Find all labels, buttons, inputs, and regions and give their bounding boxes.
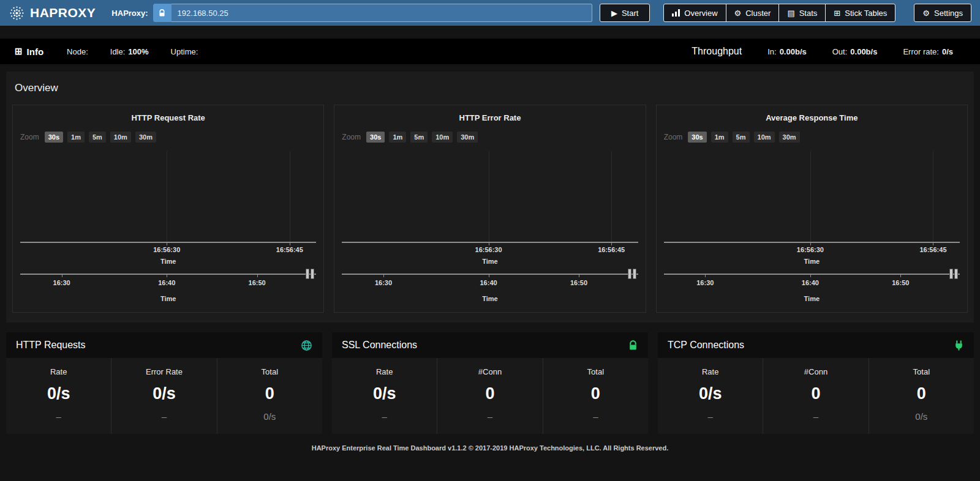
axis-tick bbox=[933, 243, 933, 245]
zoom-label: Zoom bbox=[20, 133, 39, 141]
gear-icon: ⚙ bbox=[922, 9, 930, 17]
throughput-out: Out:0.00b/s bbox=[832, 47, 878, 56]
range-slider-handle[interactable] bbox=[306, 269, 314, 279]
brand: HAPROXY bbox=[9, 5, 96, 21]
charts-row: HTTP Request Rate Zoom 30s 1m 5m 10m 30m… bbox=[6, 105, 974, 313]
nav-stats-button[interactable]: ▤ Stats bbox=[778, 4, 826, 22]
throughput-in: In:0.00b/s bbox=[767, 47, 807, 56]
navigator-axis-label: Time bbox=[664, 295, 960, 302]
zoom-5m-button[interactable]: 5m bbox=[733, 132, 750, 143]
zoom-1m-button[interactable]: 1m bbox=[389, 132, 406, 143]
stat-column: Total 0 0/s bbox=[217, 358, 322, 434]
node-label: Node: bbox=[67, 47, 88, 56]
card-header: TCP Connections bbox=[658, 332, 974, 358]
axis-tick bbox=[383, 275, 384, 277]
range-navigator[interactable]: 16:30 16:40 16:50 bbox=[342, 274, 638, 293]
gridline bbox=[611, 151, 612, 242]
axis-tick bbox=[290, 243, 290, 245]
play-icon: ▶ bbox=[611, 9, 617, 17]
chart-panel-http-request-rate: HTTP Request Rate Zoom 30s 1m 5m 10m 30m… bbox=[12, 105, 324, 313]
stat-column: #Conn 0 – bbox=[763, 358, 868, 434]
stat-column: Total 0 – bbox=[543, 358, 648, 434]
section-title: Overview bbox=[6, 72, 974, 105]
navigator-axis-label: Time bbox=[342, 295, 638, 302]
card-header: SSL Connections bbox=[332, 332, 648, 358]
range-slider-handle[interactable] bbox=[949, 269, 958, 279]
zoom-30s-button[interactable]: 30s bbox=[688, 132, 706, 143]
zoom-10m-button[interactable]: 10m bbox=[432, 132, 453, 143]
gridline bbox=[489, 151, 489, 242]
chart-title: Average Response Time bbox=[664, 113, 960, 122]
zoom-5m-button[interactable]: 5m bbox=[410, 132, 428, 143]
stat-column: Rate 0/s – bbox=[6, 358, 111, 434]
x-axis-ticks: 16:56:30 16:56:45 bbox=[664, 246, 960, 256]
x-axis-label: Time bbox=[20, 258, 316, 265]
axis-tick bbox=[810, 243, 811, 245]
zoom-30m-button[interactable]: 30m bbox=[457, 132, 478, 143]
navigator-line bbox=[664, 274, 960, 275]
axis-tick bbox=[579, 275, 579, 277]
zoom-label: Zoom bbox=[342, 133, 361, 141]
gridline bbox=[933, 151, 933, 242]
uptime-label: Uptime: bbox=[171, 47, 198, 56]
navigator-axis-label: Time bbox=[20, 295, 316, 302]
axis-tick bbox=[62, 275, 62, 277]
plug-icon bbox=[954, 340, 964, 351]
zoom-controls: Zoom 30s 1m 5m 10m 30m bbox=[664, 132, 960, 143]
main-nav: Overview ⚙ Cluster ▤ Stats ⊞ Stick Table… bbox=[663, 4, 895, 22]
gridline bbox=[290, 151, 290, 242]
chart-panel-http-error-rate: HTTP Error Rate Zoom 30s 1m 5m 10m 30m 1… bbox=[334, 105, 646, 313]
card-title: HTTP Requests bbox=[16, 340, 86, 351]
card-tcp-connections: TCP Connections Rate 0/s – #Conn 0 – Tot… bbox=[658, 332, 974, 434]
card-header: HTTP Requests bbox=[6, 332, 322, 358]
axis-tick bbox=[810, 275, 811, 277]
idle-stat: Idle:100% bbox=[110, 47, 149, 56]
address-input[interactable] bbox=[172, 4, 592, 22]
x-axis-label: Time bbox=[342, 258, 638, 265]
stat-column: Total 0 0/s bbox=[869, 358, 974, 434]
range-slider-handle[interactable] bbox=[628, 269, 636, 279]
axis-tick bbox=[900, 275, 901, 277]
zoom-1m-button[interactable]: 1m bbox=[711, 132, 728, 143]
zoom-10m-button[interactable]: 10m bbox=[754, 132, 775, 143]
x-axis-label: Time bbox=[664, 258, 960, 265]
zoom-30m-button[interactable]: 30m bbox=[135, 132, 156, 143]
range-navigator[interactable]: 16:30 16:40 16:50 bbox=[664, 274, 960, 293]
nav-stick-tables-button[interactable]: ⊞ Stick Tables bbox=[825, 4, 895, 22]
zoom-30s-button[interactable]: 30s bbox=[366, 132, 385, 143]
nav-overview-button[interactable]: Overview bbox=[663, 4, 726, 22]
stat-column: #Conn 0 – bbox=[437, 358, 542, 434]
chart-plot-area bbox=[20, 151, 316, 243]
axis-tick bbox=[705, 275, 706, 277]
chart-plot-area bbox=[664, 151, 960, 243]
axis-tick bbox=[489, 275, 489, 277]
settings-button[interactable]: ⚙ Settings bbox=[914, 4, 971, 22]
nav-cluster-button[interactable]: ⚙ Cluster bbox=[726, 4, 780, 22]
zoom-10m-button[interactable]: 10m bbox=[110, 132, 131, 143]
navigator-line bbox=[342, 274, 638, 275]
range-navigator[interactable]: 16:30 16:40 16:50 bbox=[20, 274, 316, 293]
chart-icon bbox=[672, 9, 680, 17]
overview-section: Overview HTTP Request Rate Zoom 30s 1m 5… bbox=[6, 72, 974, 323]
start-button[interactable]: ▶ Start bbox=[600, 4, 650, 22]
card-http-requests: HTTP Requests Rate 0/s – Error Rate 0/s … bbox=[6, 332, 322, 434]
card-ssl-connections: SSL Connections Rate 0/s – #Conn 0 – Tot… bbox=[332, 332, 648, 434]
footer-copyright: HAProxy Enterprise Real Time Dashboard v… bbox=[0, 434, 980, 464]
gears-icon: ⚙ bbox=[734, 9, 742, 17]
chart-panel-average-response-time: Average Response Time Zoom 30s 1m 5m 10m… bbox=[656, 105, 968, 313]
address-group bbox=[153, 4, 592, 22]
address-lock-button[interactable] bbox=[153, 4, 172, 22]
zoom-30m-button[interactable]: 30m bbox=[779, 132, 800, 143]
card-body: Rate 0/s – Error Rate 0/s – Total 0 0/s bbox=[6, 358, 322, 434]
info-toggle[interactable]: ⊞ Info bbox=[15, 46, 43, 57]
lock-icon bbox=[158, 9, 166, 17]
zoom-1m-button[interactable]: 1m bbox=[67, 132, 85, 143]
zoom-30s-button[interactable]: 30s bbox=[45, 132, 63, 143]
x-axis-ticks: 16:56:30 16:56:45 bbox=[20, 246, 316, 256]
x-axis-ticks: 16:56:30 16:56:45 bbox=[342, 246, 638, 256]
stat-cards-row: HTTP Requests Rate 0/s – Error Rate 0/s … bbox=[6, 332, 974, 434]
axis-tick bbox=[489, 243, 489, 245]
throughput-title: Throughput bbox=[692, 46, 742, 57]
zoom-5m-button[interactable]: 5m bbox=[89, 132, 106, 143]
error-rate-stat: Error rate:0/s bbox=[903, 47, 953, 56]
